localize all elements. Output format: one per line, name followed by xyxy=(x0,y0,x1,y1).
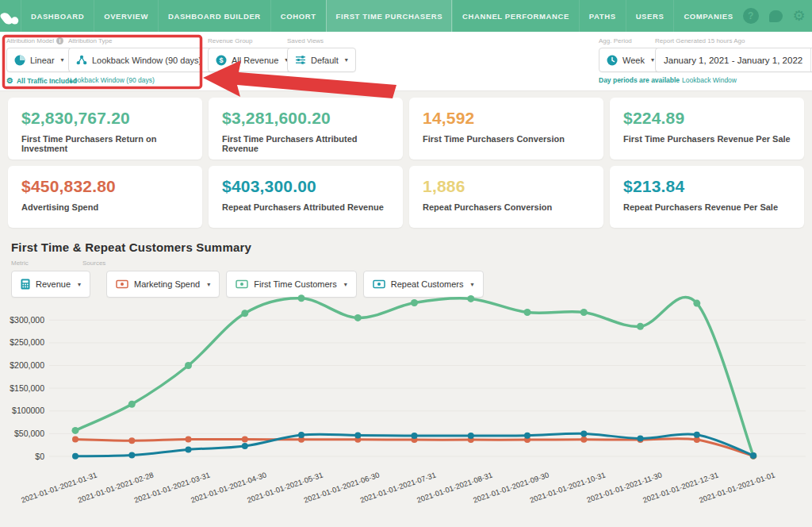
kpi-value: $450,832.80 xyxy=(21,177,189,196)
date-range-input[interactable]: January 1, 2021 - January 1, 2022 xyxy=(656,48,810,71)
nav-tab-first-time-purchasers[interactable]: FIRST TIME PURCHASERS xyxy=(326,0,453,32)
nav-tab-companies[interactable]: COMPANIES xyxy=(673,0,742,32)
gear-icon[interactable]: ⚙ xyxy=(793,9,806,23)
nav-tab-dashboard-builder[interactable]: DASHBOARD BUILDER xyxy=(158,0,270,32)
kpi-label: Advertising Spend xyxy=(21,202,189,212)
kpi-label: First Time Purchasers Return on Investme… xyxy=(21,134,189,153)
info-icon[interactable]: i xyxy=(56,37,63,44)
banknote-icon xyxy=(236,279,248,289)
source-dropdown-marketing-spend[interactable]: Marketing Spend▾ xyxy=(106,271,220,298)
caret-down-icon: ▾ xyxy=(344,281,347,288)
chart-controls: Metric Sources Revenue ▾ Marketing Spend… xyxy=(11,260,812,298)
svg-text:$0: $0 xyxy=(35,452,44,461)
agg-period-value: Week xyxy=(622,56,645,65)
svg-text:$100000: $100000 xyxy=(12,406,44,415)
kpi-value: 1,886 xyxy=(423,177,590,196)
kpi-value: $2,830,767.20 xyxy=(21,109,189,128)
caret-down-icon: ▾ xyxy=(345,56,348,63)
attribution-type-label: Attribution Type xyxy=(68,37,112,44)
line-chart: $0$50,000$100000$150,000$200,000$250,000… xyxy=(0,298,812,522)
calculator-icon xyxy=(21,279,30,290)
kpi-value: 14,592 xyxy=(423,109,590,128)
kpi-value: $3,281,600.20 xyxy=(222,109,389,128)
nav-tab-cohort[interactable]: COHORT xyxy=(270,0,326,32)
nav-tab-overview[interactable]: OVERVIEW xyxy=(94,0,158,32)
nav-tab-users[interactable]: USERS xyxy=(626,0,674,32)
nav-tabs: DASHBOARDOVERVIEWDASHBOARD BUILDERCOHORT… xyxy=(21,0,743,32)
date-range-control: January 1, 2021 - January 1, 2022 xyxy=(655,48,812,72)
agg-period-filter: Agg. Period Week ▾ xyxy=(599,37,662,72)
section-title: First Time & Repeat Customers Summary xyxy=(11,240,812,254)
kpi-label: Repeat Purchasers Revenue Per Sale xyxy=(623,202,791,212)
lookback-window-sub-link[interactable]: Lookback Window (90 days) xyxy=(70,76,155,84)
kpi-card-advertising-spend: $450,832.80Advertising Spend xyxy=(8,166,202,228)
network-icon xyxy=(76,55,87,65)
top-nav: DASHBOARDOVERVIEWDASHBOARD BUILDERCOHORT… xyxy=(0,0,812,32)
revenue-group-filter: Revenue Group $ All Revenue ▾ xyxy=(208,37,296,72)
kpi-card-first-time-purchasers-attributed-revenue: $3,281,600.20First Time Purchasers Attri… xyxy=(209,98,403,160)
saved-views-label: Saved Views xyxy=(287,37,324,44)
agg-period-label: Agg. Period xyxy=(599,37,632,44)
kpi-label: First Time Purchasers Revenue Per Sale xyxy=(623,134,791,144)
saved-views-dropdown[interactable]: Default ▾ xyxy=(287,48,356,72)
filter-bar: Attribution Model i Linear ▾ Attribution… xyxy=(0,32,812,91)
source-value: Marketing Spend xyxy=(134,279,200,289)
kpi-card-repeat-purchasers-revenue-per-sale: $213.84Repeat Purchasers Revenue Per Sal… xyxy=(610,166,804,228)
kpi-card-repeat-purchasers-attributed-revenue: $403,300.00Repeat Purchasers Attributed … xyxy=(209,166,403,228)
kpi-card-first-time-purchasers-revenue-per-sale: $224.89First Time Purchasers Revenue Per… xyxy=(610,98,804,160)
revenue-group-label: Revenue Group xyxy=(208,37,252,44)
help-icon[interactable]: ? xyxy=(743,8,759,24)
caret-down-icon: ▾ xyxy=(207,281,210,288)
svg-text:$200,000: $200,000 xyxy=(10,360,44,370)
kpi-label: Repeat Purchasers Conversion xyxy=(423,202,590,212)
attribution-model-dropdown[interactable]: Linear ▾ xyxy=(6,48,72,72)
kpi-label: First Time Purchasers Conversion xyxy=(423,134,590,144)
app-logo[interactable] xyxy=(0,0,21,32)
svg-text:$150,000: $150,000 xyxy=(10,383,44,393)
gear-small-icon: ⚙ xyxy=(6,76,13,85)
nav-tab-dashboard[interactable]: DASHBOARD xyxy=(21,0,94,32)
saved-views-value: Default xyxy=(311,56,339,65)
banknote-icon xyxy=(373,279,385,289)
metric-dropdown[interactable]: Revenue ▾ xyxy=(11,271,90,298)
kpi-label: Repeat Purchasers Attributed Revenue xyxy=(222,202,389,212)
svg-text:$: $ xyxy=(219,56,223,64)
logo-icon xyxy=(0,6,21,26)
attribution-type-value: Lookback Window (90 days) xyxy=(92,56,201,65)
day-periods-note: Day periods are available xyxy=(599,76,680,84)
all-traffic-included-link[interactable]: ⚙ All Traffic Included xyxy=(6,76,77,85)
kpi-grid: $2,830,767.20First Time Purchasers Retur… xyxy=(8,98,804,228)
kpi-card-first-time-purchasers-return-on-investment: $2,830,767.20First Time Purchasers Retur… xyxy=(8,98,202,160)
source-dropdown-first-time-customers[interactable]: First Time Customers▾ xyxy=(226,271,357,298)
svg-text:$300,000: $300,000 xyxy=(10,315,44,325)
metric-label: Metric xyxy=(11,260,29,267)
chat-icon[interactable] xyxy=(769,10,783,22)
clock-icon xyxy=(607,55,618,66)
summary-chart: $0$50,000$100000$150,000$200,000$250,000… xyxy=(0,298,812,522)
sliders-icon xyxy=(295,55,306,65)
agg-period-dropdown[interactable]: Week ▾ xyxy=(599,48,662,72)
kpi-value: $213.84 xyxy=(623,177,791,196)
attribution-model-value: Linear xyxy=(30,56,55,65)
metric-value: Revenue xyxy=(36,279,71,289)
attribution-model-filter: Attribution Model i Linear ▾ xyxy=(6,37,72,72)
nav-tab-channel-performance[interactable]: CHANNEL PERFORMANCE xyxy=(452,0,579,32)
svg-text:$250,000: $250,000 xyxy=(10,337,44,347)
kpi-value: $224.89 xyxy=(623,109,791,128)
report-generated-label: Report Generated 15 hours Ago xyxy=(655,37,745,44)
caret-down-icon: ▾ xyxy=(78,281,81,288)
source-value: Repeat Customers xyxy=(391,279,464,289)
source-value: First Time Customers xyxy=(254,279,337,289)
sources-label: Sources xyxy=(82,260,105,267)
caret-down-icon: ▾ xyxy=(471,281,474,288)
attribution-model-label: Attribution Model xyxy=(6,37,54,44)
attribution-type-dropdown[interactable]: Lookback Window (90 days) ▾ xyxy=(68,48,219,72)
nav-right-icons: ? ⚙ ⌄ xyxy=(743,0,812,32)
source-dropdown-repeat-customers[interactable]: Repeat Customers▾ xyxy=(363,271,484,298)
nav-tab-paths[interactable]: PATHS xyxy=(579,0,626,32)
banknote-icon xyxy=(116,279,128,289)
revenue-group-dropdown[interactable]: $ All Revenue ▾ xyxy=(208,48,296,72)
kpi-card-first-time-purchasers-conversion: 14,592First Time Purchasers Conversion xyxy=(409,98,603,160)
svg-text:$50,000: $50,000 xyxy=(14,429,44,438)
caret-down-icon: ▾ xyxy=(651,56,654,63)
